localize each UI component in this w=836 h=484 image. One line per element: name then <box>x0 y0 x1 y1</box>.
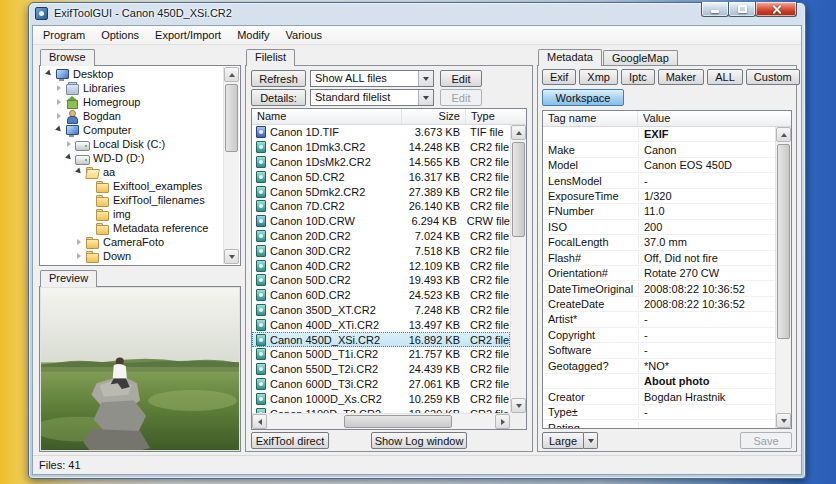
metadata-scroll-down-button[interactable] <box>776 413 791 428</box>
meta-row-about-photo[interactable]: About photo <box>543 374 775 389</box>
tree-item-down[interactable]: Down <box>41 249 223 263</box>
tree-scroll-up-button[interactable] <box>224 67 239 82</box>
meta-row-lensmodel[interactable]: LensModel- <box>543 173 775 188</box>
show-log-window-button[interactable]: Show Log window <box>371 432 467 449</box>
file-row-canon-5dmk2-cr2[interactable]: Canon 5Dmk2.CR227.389 KBCR2 file <box>252 184 510 199</box>
metadata-scrollbar[interactable] <box>775 127 791 428</box>
tab-metadata[interactable]: Metadata <box>538 49 602 66</box>
file-row-canon-1000d-xs-cr2[interactable]: Canon 1000D_Xs.CR210.259 KBCR2 file <box>252 391 510 406</box>
meta-row-createdate[interactable]: CreateDate2008:08:22 10:36:52 <box>543 297 775 312</box>
meta-row-focallength[interactable]: FocalLength37.0 mm <box>543 235 775 250</box>
collapse-arrow-icon[interactable] <box>44 69 54 79</box>
expand-arrow-icon[interactable] <box>54 97 64 107</box>
tree-item-homegroup[interactable]: Homegroup <box>41 95 223 109</box>
title-bar[interactable]: ExifToolGUI - Canon 450D_XSi.CR2 <box>29 3 805 25</box>
tab-preview[interactable]: Preview <box>40 270 97 287</box>
meta-row-artist[interactable]: Artist*- <box>543 312 775 327</box>
dropdown-arrow-icon[interactable] <box>418 90 433 105</box>
meta-row-type[interactable]: Type±- <box>543 405 775 420</box>
tree-item-camerafoto[interactable]: CameraFoto <box>41 235 223 249</box>
tree-item-aa[interactable]: aa <box>41 165 223 179</box>
meta-row-exposuretime[interactable]: ExposureTime1/320 <box>543 189 775 204</box>
metadata-scroll-up-button[interactable] <box>776 127 791 142</box>
tab-filelist[interactable]: Filelist <box>246 49 295 66</box>
expand-arrow-icon[interactable] <box>64 139 74 149</box>
expand-arrow-icon[interactable] <box>74 237 84 247</box>
tree-item-desktop[interactable]: Desktop <box>41 67 223 81</box>
tree-item-metadata-reference[interactable]: Metadata reference <box>41 221 223 235</box>
expand-arrow-icon[interactable] <box>74 251 84 261</box>
filter-button-maker[interactable]: Maker <box>658 69 705 85</box>
filelist-scroll-left-button[interactable] <box>252 414 267 429</box>
meta-row-model[interactable]: ModelCanon EOS 450D <box>543 158 775 173</box>
dropdown-arrow-icon[interactable] <box>418 71 433 86</box>
file-row-canon-1dmk3-cr2[interactable]: Canon 1Dmk3.CR214.248 KBCR2 file <box>252 140 510 155</box>
menu-options[interactable]: Options <box>93 27 147 43</box>
column-header-size[interactable]: Size <box>402 109 466 124</box>
filelist-scroll-thumb[interactable] <box>512 142 525 237</box>
file-row-canon-20d-cr2[interactable]: Canon 20D.CR27.024 KBCR2 file <box>252 229 510 244</box>
filter-button-xmp[interactable]: Xmp <box>579 69 618 85</box>
file-row-canon-10d-crw[interactable]: Canon 10D.CRW6.294 KBCRW file <box>252 214 510 229</box>
exiftool-direct-button[interactable]: ExifTool direct <box>251 432 329 449</box>
tree-item-libraries[interactable]: Libraries <box>41 81 223 95</box>
app-icon[interactable] <box>35 7 48 20</box>
filter-button-exif[interactable]: Exif <box>542 69 576 85</box>
filelist-hscrollbar[interactable] <box>252 413 510 429</box>
tree-item-bogdan[interactable]: Bogdan <box>41 109 223 123</box>
tree-item-exiftool-examples[interactable]: Exiftool_examples <box>41 179 223 193</box>
meta-row-geotagged[interactable]: Geotagged?*NO* <box>543 359 775 374</box>
maximize-button[interactable] <box>728 2 756 17</box>
meta-row-orientation[interactable]: Orientation#Rotate 270 CW <box>543 266 775 281</box>
column-header-tag-name[interactable]: Tag name <box>543 111 638 126</box>
meta-row-rating[interactable]: Rating- <box>543 420 775 428</box>
meta-row-copyright[interactable]: Copyright- <box>543 328 775 343</box>
minimize-button[interactable] <box>701 2 729 17</box>
refresh-button[interactable]: Refresh <box>251 70 306 87</box>
file-row-canon-40d-cr2[interactable]: Canon 40D.CR212.109 KBCR2 file <box>252 258 510 273</box>
filelist-scroll-right-button[interactable] <box>495 414 510 429</box>
file-row-canon-1dsmk2-cr2[interactable]: Canon 1DsMk2.CR214.565 KBCR2 file <box>252 155 510 170</box>
metadata-scroll-thumb[interactable] <box>777 144 790 339</box>
filelist-vscrollbar[interactable] <box>510 125 526 413</box>
file-row-canon-400d-xti-cr2[interactable]: Canon 400D_XTi.CR213.497 KBCR2 file <box>252 317 510 332</box>
menu-modify[interactable]: Modify <box>229 27 277 43</box>
tab-browse[interactable]: Browse <box>40 49 95 66</box>
file-row-canon-30d-cr2[interactable]: Canon 30D.CR27.518 KBCR2 file <box>252 243 510 258</box>
meta-row-flash[interactable]: Flash#Off, Did not fire <box>543 251 775 266</box>
file-row-canon-600d-t3i-cr2[interactable]: Canon 600D_T3i.CR227.061 KBCR2 file <box>252 377 510 392</box>
file-row-canon-5d-cr2[interactable]: Canon 5D.CR216.317 KBCR2 file <box>252 169 510 184</box>
tree-scrollbar[interactable] <box>223 67 239 264</box>
file-row-canon-450d-xsi-cr2[interactable]: Canon 450D_XSi.CR216.892 KBCR2 file <box>252 332 510 347</box>
file-row-canon-500d-t1i-cr2[interactable]: Canon 500D_T1i.CR221.757 KBCR2 file <box>252 347 510 362</box>
tree-item-img[interactable]: img <box>41 207 223 221</box>
meta-row-datetimeoriginal[interactable]: DateTimeOriginal2008:08:22 10:36:52 <box>543 281 775 296</box>
large-button[interactable]: Large <box>542 432 584 449</box>
meta-row-make[interactable]: MakeCanon <box>543 142 775 157</box>
meta-row-exif[interactable]: EXIF <box>543 127 775 142</box>
collapse-arrow-icon[interactable] <box>64 153 74 163</box>
menu-program[interactable]: Program <box>35 27 93 43</box>
tree-item-wd-d-d[interactable]: WD-D (D:) <box>41 151 223 165</box>
file-row-canon-1100d-t3-cr2[interactable]: Canon 1100D_T3.CR218.639 KBCR2 file <box>252 406 510 413</box>
close-button[interactable] <box>755 2 797 17</box>
tree-item-exiftool-filenames[interactable]: ExifTool_filenames <box>41 193 223 207</box>
meta-row-software[interactable]: Software- <box>543 343 775 358</box>
large-dropdown-arrow[interactable] <box>584 432 598 449</box>
tree-item-computer[interactable]: Computer <box>41 123 223 137</box>
file-row-canon-60d-cr2[interactable]: Canon 60D.CR224.523 KBCR2 file <box>252 288 510 303</box>
file-row-canon-550d-t2i-cr2[interactable]: Canon 550D_T2i.CR224.439 KBCR2 file <box>252 362 510 377</box>
tree-scroll-thumb[interactable] <box>225 84 238 152</box>
file-row-canon-350d-xt-cr2[interactable]: Canon 350D_XT.CR27.248 KBCR2 file <box>252 303 510 318</box>
filelist-hscroll-thumb[interactable] <box>344 415 452 428</box>
expand-arrow-icon[interactable] <box>54 83 64 93</box>
filter-button-all[interactable]: ALL <box>707 69 743 85</box>
meta-row-fnumber[interactable]: FNumber11.0 <box>543 204 775 219</box>
edit-style-button[interactable]: Edit <box>440 89 482 106</box>
column-header-type[interactable]: Type <box>466 109 526 124</box>
meta-row-iso[interactable]: ISO200 <box>543 220 775 235</box>
meta-row-creator[interactable]: CreatorBogdan Hrastnik <box>543 389 775 404</box>
column-header-name[interactable]: Name <box>252 109 402 124</box>
details-button[interactable]: Details: <box>251 89 306 106</box>
menu-various[interactable]: Various <box>278 27 330 43</box>
